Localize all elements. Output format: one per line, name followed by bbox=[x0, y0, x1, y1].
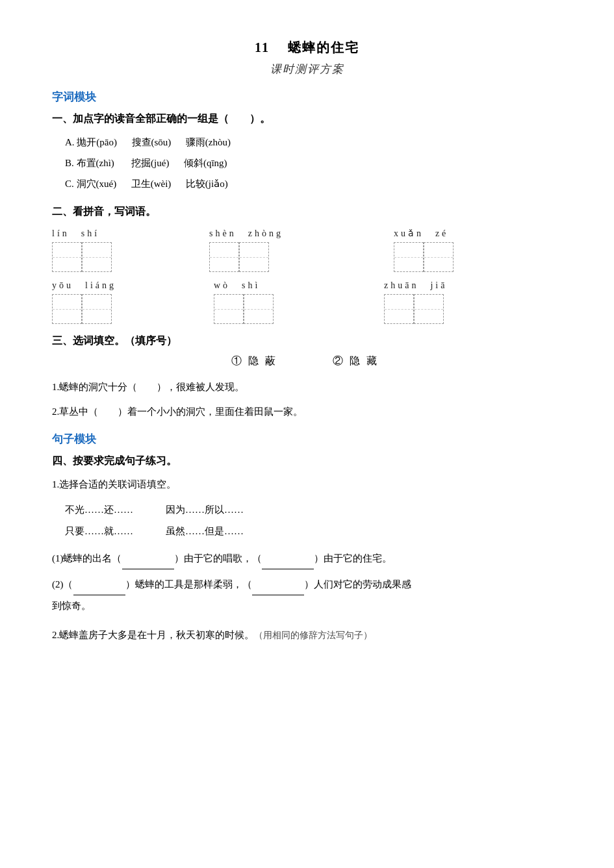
q2-title: 二、看拼音，写词语。 bbox=[52, 205, 562, 219]
q3-words: ①隐蔽 ②隐藏 bbox=[52, 354, 562, 368]
char-box[interactable] bbox=[394, 242, 424, 272]
lesson-title: 11 蟋蟀的住宅 bbox=[52, 39, 562, 56]
char-box[interactable] bbox=[209, 242, 239, 272]
pinyin-group-xuanze: xuǎn zé bbox=[394, 228, 454, 272]
q4-sub2: 2.蟋蟀盖房子大多是在十月，秋天初寒的时候。（用相同的修辞方法写句子） bbox=[52, 625, 562, 646]
connective-2: 因为……所以…… bbox=[166, 499, 244, 521]
q2-pinyin-section: lín shí shèn zhòng xuǎn zé bbox=[52, 228, 562, 324]
connective-3: 只要……就…… bbox=[65, 521, 133, 542]
q3-title: 三、选词填空。（填序号） bbox=[52, 334, 562, 348]
char-box[interactable] bbox=[424, 242, 454, 272]
q4-sentence1: (1)蟋蟀的出名（ ）由于它的唱歌，（ ）由于它的住宅。 bbox=[52, 547, 562, 569]
q4-sub1-title: 1.选择合适的关联词语填空。 bbox=[52, 475, 562, 494]
pinyin-row2: yōu liáng wò shì zhuān jiā bbox=[52, 280, 562, 324]
option-C: C. 洞穴(xué) 卫生(wèi) 比较(jiǎo) bbox=[65, 174, 562, 193]
pinyin-group-zhuanjia: zhuān jiā bbox=[384, 280, 447, 324]
option-B: B. 布置(zhì) 挖掘(jué) 倾斜(qīng) bbox=[65, 153, 562, 173]
connective-1: 不光……还…… bbox=[65, 499, 133, 521]
char-box[interactable] bbox=[52, 294, 82, 324]
section-ziCi-label: 字词模块 bbox=[52, 90, 562, 105]
q1-title: 一、加点字的读音全部正确的一组是（ ）。 bbox=[52, 112, 562, 126]
q4-sentence2: (2)（ ）蟋蟀的工具是那样柔弱，（ ）人们对它的劳动成果感 到惊奇。 bbox=[52, 573, 562, 617]
pinyin-group-youliong: yōu liáng bbox=[52, 280, 116, 324]
char-box[interactable] bbox=[239, 242, 269, 272]
char-box[interactable] bbox=[384, 294, 414, 324]
pinyin-group-woshi: wò shì bbox=[214, 280, 274, 324]
q3-sentence1: 1.蟋蟀的洞穴十分（ ），很难被人发现。 bbox=[52, 377, 562, 397]
char-box[interactable] bbox=[244, 294, 274, 324]
pinyin-row1: lín shí shèn zhòng xuǎn zé bbox=[52, 228, 562, 272]
q3-sentence2: 2.草丛中（ ）着一个小小的洞穴，里面住着田鼠一家。 bbox=[52, 402, 562, 421]
section-juZi-label: 句子模块 bbox=[52, 432, 562, 447]
document-container: 11 蟋蟀的住宅 课时测评方案 字词模块 一、加点字的读音全部正确的一组是（ ）… bbox=[52, 39, 562, 646]
char-box[interactable] bbox=[52, 242, 82, 272]
option-A: A. 抛开(pāo) 搜查(sōu) 骤雨(zhòu) bbox=[65, 132, 562, 152]
pinyin-group-shenzhong: shèn zhòng bbox=[209, 228, 283, 272]
char-box[interactable] bbox=[214, 294, 244, 324]
q4-title: 四、按要求完成句子练习。 bbox=[52, 454, 562, 468]
char-box[interactable] bbox=[414, 294, 444, 324]
connective-words: 不光……还…… 只要……就…… 因为……所以…… 虽然……但是…… bbox=[65, 499, 562, 542]
char-box[interactable] bbox=[82, 242, 112, 272]
q1-options: A. 抛开(pāo) 搜查(sōu) 骤雨(zhòu) B. 布置(zhì) 挖… bbox=[65, 132, 562, 193]
lesson-subtitle: 课时测评方案 bbox=[52, 62, 562, 77]
pinyin-group-linshi: lín shí bbox=[52, 228, 112, 272]
char-box[interactable] bbox=[82, 294, 112, 324]
connective-4: 虽然……但是…… bbox=[166, 521, 244, 542]
